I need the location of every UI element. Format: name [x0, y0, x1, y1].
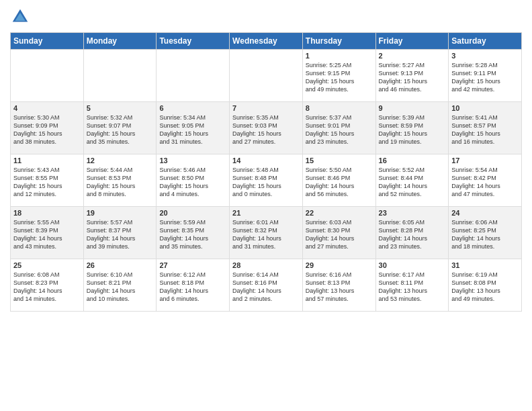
day-number: 15 [306, 156, 373, 165]
day-info: Sunrise: 5:48 AM Sunset: 8:48 PM Dayligh… [232, 166, 300, 199]
calendar-cell: 24Sunrise: 6:06 AM Sunset: 8:25 PM Dayli… [449, 207, 522, 259]
day-info: Sunrise: 6:08 AM Sunset: 8:23 PM Dayligh… [13, 271, 81, 304]
day-info: Sunrise: 6:16 AM Sunset: 8:13 PM Dayligh… [306, 271, 373, 304]
calendar-cell: 10Sunrise: 5:41 AM Sunset: 8:57 PM Dayli… [449, 102, 522, 154]
day-info: Sunrise: 5:39 AM Sunset: 8:59 PM Dayligh… [379, 113, 446, 146]
logo-icon [10, 7, 30, 27]
day-number: 4 [13, 104, 81, 112]
calendar-cell: 20Sunrise: 5:59 AM Sunset: 8:35 PM Dayli… [157, 207, 230, 259]
day-info: Sunrise: 5:37 AM Sunset: 9:01 PM Dayligh… [306, 113, 373, 146]
calendar-cell: 16Sunrise: 5:52 AM Sunset: 8:44 PM Dayli… [375, 154, 449, 207]
calendar-cell: 19Sunrise: 5:57 AM Sunset: 8:37 PM Dayli… [83, 207, 157, 259]
day-header-wednesday: Wednesday [230, 33, 303, 50]
calendar-cell [157, 50, 230, 102]
day-info: Sunrise: 6:19 AM Sunset: 8:08 PM Dayligh… [451, 271, 519, 304]
week-row-4: 18Sunrise: 5:55 AM Sunset: 8:39 PM Dayli… [11, 207, 522, 259]
day-info: Sunrise: 5:34 AM Sunset: 9:05 PM Dayligh… [159, 113, 226, 146]
calendar-cell: 18Sunrise: 5:55 AM Sunset: 8:39 PM Dayli… [11, 207, 84, 259]
day-info: Sunrise: 5:32 AM Sunset: 9:07 PM Dayligh… [87, 113, 154, 146]
day-header-sunday: Sunday [11, 33, 84, 50]
calendar-cell: 22Sunrise: 6:03 AM Sunset: 8:30 PM Dayli… [302, 207, 375, 259]
day-info: Sunrise: 5:43 AM Sunset: 8:55 PM Dayligh… [13, 166, 81, 199]
week-row-5: 25Sunrise: 6:08 AM Sunset: 8:23 PM Dayli… [11, 259, 522, 312]
day-header-tuesday: Tuesday [157, 33, 230, 50]
week-row-2: 4Sunrise: 5:30 AM Sunset: 9:09 PM Daylig… [11, 102, 522, 154]
calendar-cell: 13Sunrise: 5:46 AM Sunset: 8:50 PM Dayli… [157, 154, 230, 207]
day-info: Sunrise: 5:46 AM Sunset: 8:50 PM Dayligh… [159, 166, 226, 199]
day-number: 8 [306, 104, 373, 112]
calendar-cell: 15Sunrise: 5:50 AM Sunset: 8:46 PM Dayli… [302, 154, 375, 207]
day-number: 14 [232, 156, 300, 165]
day-info: Sunrise: 6:12 AM Sunset: 8:18 PM Dayligh… [159, 271, 226, 304]
day-number: 2 [379, 52, 446, 60]
day-number: 25 [13, 261, 81, 269]
day-number: 1 [306, 52, 373, 60]
day-number: 9 [379, 104, 446, 112]
calendar-cell: 3Sunrise: 5:28 AM Sunset: 9:11 PM Daylig… [449, 50, 522, 102]
page-container: SundayMondayTuesdayWednesdayThursdayFrid… [0, 0, 532, 318]
calendar-cell: 11Sunrise: 5:43 AM Sunset: 8:55 PM Dayli… [11, 154, 84, 207]
day-number: 23 [379, 209, 446, 217]
day-number: 18 [13, 209, 81, 217]
day-info: Sunrise: 5:30 AM Sunset: 9:09 PM Dayligh… [13, 113, 81, 146]
day-header-thursday: Thursday [302, 33, 375, 50]
day-number: 28 [232, 261, 300, 269]
day-info: Sunrise: 5:59 AM Sunset: 8:35 PM Dayligh… [159, 218, 226, 251]
day-number: 21 [232, 209, 300, 217]
day-number: 17 [451, 156, 519, 165]
day-info: Sunrise: 5:54 AM Sunset: 8:42 PM Dayligh… [451, 166, 519, 199]
calendar-cell: 28Sunrise: 6:14 AM Sunset: 8:16 PM Dayli… [230, 259, 303, 312]
calendar-cell: 17Sunrise: 5:54 AM Sunset: 8:42 PM Dayli… [449, 154, 522, 207]
day-info: Sunrise: 5:55 AM Sunset: 8:39 PM Dayligh… [13, 218, 81, 251]
day-number: 12 [87, 156, 154, 165]
calendar-cell: 31Sunrise: 6:19 AM Sunset: 8:08 PM Dayli… [449, 259, 522, 312]
day-number: 11 [13, 156, 81, 165]
week-row-1: 1Sunrise: 5:25 AM Sunset: 9:15 PM Daylig… [11, 50, 522, 102]
logo [10, 7, 33, 27]
day-info: Sunrise: 5:44 AM Sunset: 8:53 PM Dayligh… [87, 166, 154, 199]
day-info: Sunrise: 6:03 AM Sunset: 8:30 PM Dayligh… [306, 218, 373, 251]
calendar-cell: 2Sunrise: 5:27 AM Sunset: 9:13 PM Daylig… [375, 50, 449, 102]
day-number: 27 [159, 261, 226, 269]
day-header-monday: Monday [83, 33, 157, 50]
day-info: Sunrise: 6:06 AM Sunset: 8:25 PM Dayligh… [451, 218, 519, 251]
calendar-cell: 23Sunrise: 6:05 AM Sunset: 8:28 PM Dayli… [375, 207, 449, 259]
calendar-cell: 21Sunrise: 6:01 AM Sunset: 8:32 PM Dayli… [230, 207, 303, 259]
day-number: 26 [87, 261, 154, 269]
calendar-cell: 9Sunrise: 5:39 AM Sunset: 8:59 PM Daylig… [375, 102, 449, 154]
calendar-table: SundayMondayTuesdayWednesdayThursdayFrid… [10, 32, 522, 312]
calendar-cell: 12Sunrise: 5:44 AM Sunset: 8:53 PM Dayli… [83, 154, 157, 207]
calendar-cell: 6Sunrise: 5:34 AM Sunset: 9:05 PM Daylig… [157, 102, 230, 154]
calendar-cell: 8Sunrise: 5:37 AM Sunset: 9:01 PM Daylig… [302, 102, 375, 154]
day-number: 19 [87, 209, 154, 217]
calendar-cell: 4Sunrise: 5:30 AM Sunset: 9:09 PM Daylig… [11, 102, 84, 154]
calendar-cell: 26Sunrise: 6:10 AM Sunset: 8:21 PM Dayli… [83, 259, 157, 312]
calendar-cell: 5Sunrise: 5:32 AM Sunset: 9:07 PM Daylig… [83, 102, 157, 154]
calendar-cell: 27Sunrise: 6:12 AM Sunset: 8:18 PM Dayli… [157, 259, 230, 312]
calendar-cell: 25Sunrise: 6:08 AM Sunset: 8:23 PM Dayli… [11, 259, 84, 312]
day-info: Sunrise: 5:57 AM Sunset: 8:37 PM Dayligh… [87, 218, 154, 251]
day-info: Sunrise: 6:14 AM Sunset: 8:16 PM Dayligh… [232, 271, 300, 304]
day-info: Sunrise: 6:01 AM Sunset: 8:32 PM Dayligh… [232, 218, 300, 251]
day-number: 29 [306, 261, 373, 269]
day-number: 22 [306, 209, 373, 217]
calendar-cell [83, 50, 157, 102]
day-number: 10 [451, 104, 519, 112]
days-header-row: SundayMondayTuesdayWednesdayThursdayFrid… [11, 33, 522, 50]
calendar-cell: 30Sunrise: 6:17 AM Sunset: 8:11 PM Dayli… [375, 259, 449, 312]
day-info: Sunrise: 5:41 AM Sunset: 8:57 PM Dayligh… [451, 113, 519, 146]
day-info: Sunrise: 5:27 AM Sunset: 9:13 PM Dayligh… [379, 61, 446, 94]
day-info: Sunrise: 5:50 AM Sunset: 8:46 PM Dayligh… [306, 166, 373, 199]
day-number: 3 [451, 52, 519, 60]
calendar-cell [11, 50, 84, 102]
day-number: 20 [159, 209, 226, 217]
day-number: 5 [87, 104, 154, 112]
calendar-cell: 7Sunrise: 5:35 AM Sunset: 9:03 PM Daylig… [230, 102, 303, 154]
day-number: 30 [379, 261, 446, 269]
day-info: Sunrise: 6:10 AM Sunset: 8:21 PM Dayligh… [87, 271, 154, 304]
day-info: Sunrise: 5:35 AM Sunset: 9:03 PM Dayligh… [232, 113, 300, 146]
day-number: 7 [232, 104, 300, 112]
day-number: 13 [159, 156, 226, 165]
day-info: Sunrise: 6:17 AM Sunset: 8:11 PM Dayligh… [379, 271, 446, 304]
day-header-friday: Friday [375, 33, 449, 50]
